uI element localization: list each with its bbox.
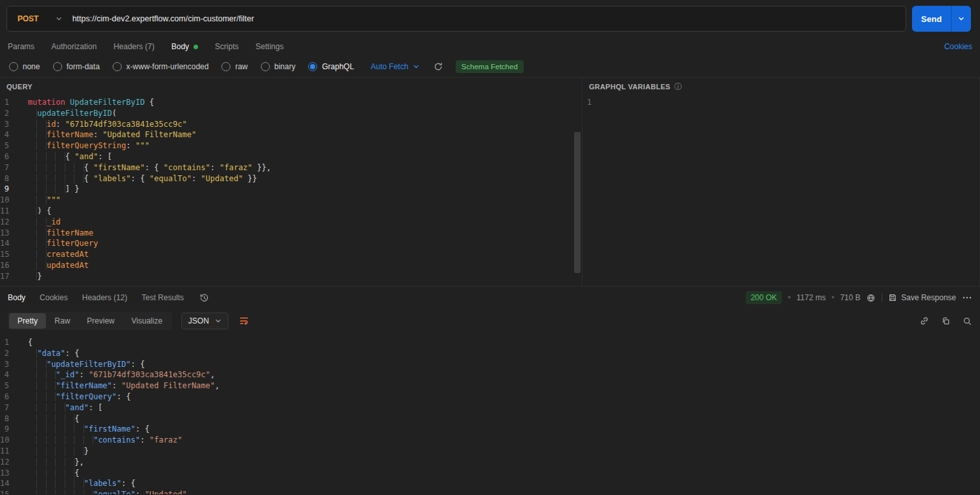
line-number: 14	[0, 478, 17, 489]
chevron-down-icon	[958, 16, 964, 22]
body-type-none[interactable]: none	[9, 62, 40, 71]
view-visualize[interactable]: Visualize	[123, 313, 171, 329]
query-scrollbar[interactable]	[574, 132, 581, 273]
method-label: POST	[17, 14, 39, 23]
code-line[interactable]: 5 filterQueryString: """	[0, 140, 582, 151]
method-selector[interactable]: POST	[7, 14, 72, 23]
code-line[interactable]: 3 id: "671b74df303ca3841e35cc9c"	[0, 119, 582, 130]
body-type-binary[interactable]: binary	[261, 62, 296, 71]
radio-label: x-www-form-urlencoded	[126, 62, 208, 71]
code-line[interactable]: 7 { "firstName": { "contains": "faraz" }…	[0, 162, 582, 173]
save-response-button[interactable]: Save Response	[888, 293, 956, 302]
response-size[interactable]: 710 B	[840, 293, 860, 302]
query-editor[interactable]: 1mutation UpdateFilterByID {2 updateFilt…	[0, 96, 582, 286]
tab-scripts[interactable]: Scripts	[215, 42, 239, 51]
code-line[interactable]: 13 {	[0, 468, 980, 479]
code-line[interactable]: 15 "equalTo": "Updated"	[0, 489, 980, 494]
response-tab-cookies[interactable]: Cookies	[39, 293, 67, 302]
line-number: 12	[0, 457, 17, 468]
body-type-graphql[interactable]: GraphQL	[308, 62, 353, 71]
code-line[interactable]: 17 }	[0, 271, 582, 282]
response-history-icon[interactable]	[199, 293, 209, 303]
code-line[interactable]: 5 "filterName": "Updated FilterName",	[0, 380, 980, 391]
response-tab-test-results[interactable]: Test Results	[142, 293, 184, 302]
code-line[interactable]: 6 { "and": [	[0, 151, 582, 162]
query-panel-title: QUERY	[0, 78, 582, 96]
network-info-icon[interactable]	[866, 293, 876, 303]
code-line[interactable]: 6 "filterQuery": {	[0, 391, 980, 402]
line-number: 3	[0, 119, 17, 130]
modified-dot-icon	[194, 45, 198, 49]
code-line[interactable]: 3 "updateFilterByID": {	[0, 359, 980, 370]
body-type-form-data[interactable]: form-data	[53, 62, 100, 71]
code-line[interactable]: 11 ) {	[0, 206, 582, 217]
response-view-switcher: Pretty Raw Preview Visualize	[8, 312, 172, 330]
code-line[interactable]: 13 filterName	[0, 228, 582, 239]
separator-dot: •	[788, 293, 790, 302]
response-tab-headers[interactable]: Headers (12)	[82, 293, 128, 302]
code-line[interactable]: 2 "data": {	[0, 348, 980, 359]
code-line[interactable]: 4 filterName: "Updated FilterName"	[0, 129, 582, 140]
line-number: 8	[0, 413, 17, 424]
code-line[interactable]: 12 },	[0, 457, 980, 468]
link-icon[interactable]	[919, 316, 930, 326]
body-type-urlencoded[interactable]: x-www-form-urlencoded	[113, 62, 208, 71]
code-line[interactable]: 2 updateFilterByID(	[0, 108, 582, 119]
chevron-down-icon	[215, 318, 221, 324]
status-badge[interactable]: 200 OK	[746, 291, 783, 304]
text-wrap-icon[interactable]	[239, 316, 249, 326]
tab-headers[interactable]: Headers (7)	[113, 42, 154, 51]
code-line[interactable]: 11 }	[0, 446, 980, 457]
response-editor[interactable]: 1{2 "data": {3 "updateFilterByID": {4 "_…	[0, 333, 980, 494]
send-options-button[interactable]	[951, 6, 971, 32]
tab-body[interactable]: Body	[172, 42, 198, 51]
code-line[interactable]: 8 { "labels": { "equalTo": "Updated" }}	[0, 173, 582, 184]
view-raw[interactable]: Raw	[46, 313, 78, 329]
search-icon[interactable]	[963, 316, 972, 326]
refresh-schema-icon[interactable]	[434, 62, 443, 71]
more-options-icon[interactable]	[962, 292, 972, 303]
response-tab-body[interactable]: Body	[8, 293, 25, 302]
info-icon[interactable]: ⓘ	[674, 82, 682, 93]
line-number: 7	[0, 402, 17, 413]
tab-params[interactable]: Params	[8, 42, 34, 51]
code-line[interactable]: 14 "labels": {	[0, 478, 980, 489]
response-body-actions	[919, 316, 972, 326]
line-number: 6	[0, 391, 17, 402]
code-line[interactable]: 9 ] }	[0, 184, 582, 195]
variables-editor[interactable]: 1	[583, 96, 979, 286]
code-line[interactable]: 15 createdAt	[0, 249, 582, 260]
request-url-row: POST Send	[0, 0, 980, 38]
code-line[interactable]: 16 updatedAt	[0, 260, 582, 271]
url-input[interactable]	[72, 14, 906, 23]
radio-label: binary	[274, 62, 296, 71]
cookies-link[interactable]: Cookies	[944, 42, 972, 51]
line-number: 14	[0, 238, 17, 249]
code-line[interactable]: 10 """	[0, 195, 582, 206]
copy-icon[interactable]	[941, 316, 951, 326]
request-tabs: Params Authorization Headers (7) Body Sc…	[0, 38, 980, 56]
code-line[interactable]: 14 filterQuery	[0, 238, 582, 249]
body-type-raw[interactable]: raw	[221, 62, 247, 71]
tab-authorization[interactable]: Authorization	[51, 42, 96, 51]
code-line[interactable]: 1	[583, 97, 979, 108]
format-dropdown[interactable]: JSON	[181, 313, 228, 329]
code-line[interactable]: 12 _id	[0, 217, 582, 228]
code-line[interactable]: 1mutation UpdateFilterByID {	[0, 97, 582, 108]
code-line[interactable]: 8 {	[0, 413, 980, 424]
line-number: 4	[0, 369, 17, 380]
code-line[interactable]: 10 "contains": "faraz"	[0, 435, 980, 446]
tab-settings[interactable]: Settings	[256, 42, 284, 51]
response-time[interactable]: 1172 ms	[797, 293, 826, 302]
code-line[interactable]: 1{	[0, 337, 980, 348]
separator-dot: •	[832, 293, 834, 302]
format-label: JSON	[188, 316, 209, 325]
view-preview[interactable]: Preview	[78, 313, 123, 329]
send-button[interactable]: Send	[912, 6, 951, 32]
code-line[interactable]: 4 "_id": "671b74df303ca3841e35cc9c",	[0, 369, 980, 380]
code-line[interactable]: 7 "and": [	[0, 402, 980, 413]
view-pretty[interactable]: Pretty	[9, 313, 46, 329]
line-number: 8	[0, 173, 17, 184]
code-line[interactable]: 9 "firstName": {	[0, 424, 980, 435]
auto-fetch-dropdown[interactable]: Auto Fetch	[371, 62, 419, 71]
